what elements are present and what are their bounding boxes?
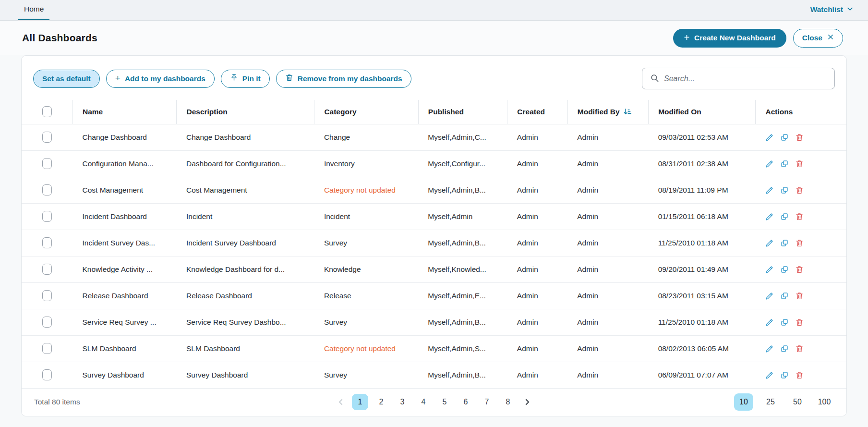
row-category: Incident [314, 203, 418, 230]
delete-icon[interactable] [795, 212, 804, 221]
delete-icon[interactable] [795, 265, 804, 274]
row-checkbox[interactable] [42, 264, 52, 275]
row-select-cell [22, 230, 73, 256]
delete-icon[interactable] [795, 133, 804, 142]
watchlist-dropdown[interactable]: Watchlist [810, 4, 854, 20]
row-category: Category not updated [314, 335, 418, 362]
row-checkbox[interactable] [42, 158, 52, 169]
copy-icon[interactable] [780, 265, 789, 274]
table-footer: Total 80 items 12345678 102550100 [22, 388, 846, 416]
edit-icon[interactable] [765, 265, 774, 274]
column-header-modified-on[interactable]: Modified On [649, 100, 756, 124]
row-checkbox[interactable] [42, 237, 52, 248]
row-created: Admin [507, 124, 567, 150]
copy-icon[interactable] [780, 344, 789, 353]
column-header-description[interactable]: Description [177, 100, 314, 124]
page-size-button-100[interactable]: 100 [815, 393, 834, 411]
row-checkbox[interactable] [42, 211, 52, 222]
page-size-button-50[interactable]: 50 [788, 393, 807, 411]
row-description: Release Dashboard [177, 282, 314, 309]
page-button-3[interactable]: 3 [394, 394, 410, 410]
delete-icon[interactable] [795, 186, 804, 195]
delete-icon[interactable] [795, 292, 804, 300]
top-tab-bar: Home Watchlist [0, 0, 868, 21]
edit-icon[interactable] [765, 133, 774, 142]
column-header-category[interactable]: Category [314, 100, 418, 124]
row-select-cell [22, 150, 73, 177]
edit-icon[interactable] [765, 212, 774, 221]
page-button-2[interactable]: 2 [373, 394, 389, 410]
add-to-my-dashboards-button[interactable]: + Add to my dashboards [106, 70, 215, 88]
remove-from-my-dashboards-button[interactable]: Remove from my dashboards [276, 70, 411, 88]
previous-page-icon[interactable] [335, 398, 347, 406]
row-checkbox[interactable] [42, 290, 52, 301]
copy-icon[interactable] [780, 159, 789, 168]
delete-icon[interactable] [795, 318, 804, 327]
tab-home[interactable]: Home [18, 5, 49, 20]
row-actions-cell [756, 177, 846, 203]
page-button-1[interactable]: 1 [352, 394, 368, 410]
page-header: All Dashboards + Create New Dashboard Cl… [0, 21, 868, 55]
row-published: Myself,Configur... [418, 150, 507, 177]
row-modified-by: Admin [567, 282, 648, 309]
edit-icon[interactable] [765, 159, 774, 168]
column-header-modified-by[interactable]: Modified By [567, 100, 648, 124]
column-header-created[interactable]: Created [507, 100, 567, 124]
row-checkbox[interactable] [42, 132, 52, 143]
copy-icon[interactable] [780, 212, 789, 221]
edit-icon[interactable] [765, 318, 774, 327]
remove-from-my-dashboards-label: Remove from my dashboards [298, 74, 402, 83]
edit-icon[interactable] [765, 239, 774, 247]
create-new-dashboard-button[interactable]: + Create New Dashboard [673, 29, 786, 48]
copy-icon[interactable] [780, 371, 789, 379]
next-page-icon[interactable] [521, 398, 533, 406]
page-button-8[interactable]: 8 [500, 394, 516, 410]
edit-icon[interactable] [765, 186, 774, 195]
row-checkbox[interactable] [42, 369, 52, 380]
page-button-4[interactable]: 4 [415, 394, 432, 410]
set-as-default-button[interactable]: Set as default [33, 70, 100, 88]
row-checkbox[interactable] [42, 343, 52, 354]
row-actions-cell [756, 256, 846, 282]
column-header-name[interactable]: Name [73, 100, 177, 124]
delete-icon[interactable] [795, 239, 804, 247]
copy-icon[interactable] [780, 318, 789, 327]
column-header-published[interactable]: Published [418, 100, 507, 124]
row-category: Category not updated [314, 177, 418, 203]
row-published: Myself,Admin,S... [418, 335, 507, 362]
pin-it-button[interactable]: Pin it [221, 70, 270, 88]
copy-icon[interactable] [780, 133, 789, 142]
page-title: All Dashboards [22, 32, 97, 44]
delete-icon[interactable] [795, 371, 804, 379]
delete-icon[interactable] [795, 159, 804, 168]
copy-icon[interactable] [780, 239, 789, 247]
page-button-5[interactable]: 5 [436, 394, 453, 410]
row-checkbox[interactable] [42, 317, 52, 328]
trash-icon [285, 73, 293, 84]
page-size-button-10[interactable]: 10 [734, 393, 753, 411]
row-created: Admin [507, 177, 567, 203]
row-published: Myself,Knowled... [418, 256, 507, 282]
search-input[interactable] [664, 74, 827, 83]
edit-icon[interactable] [765, 371, 774, 379]
add-to-my-dashboards-label: Add to my dashboards [125, 74, 205, 83]
page-button-7[interactable]: 7 [479, 394, 495, 410]
row-select-cell [22, 362, 73, 388]
select-all-checkbox[interactable] [42, 106, 52, 117]
page-size-button-25[interactable]: 25 [761, 393, 780, 411]
page-button-6[interactable]: 6 [458, 394, 474, 410]
sort-descending-icon[interactable] [624, 108, 632, 116]
row-published: Myself,Admin [418, 203, 507, 230]
row-checkbox[interactable] [42, 184, 52, 195]
row-name: Incident Dashboard [73, 203, 177, 230]
edit-icon[interactable] [765, 344, 774, 353]
copy-icon[interactable] [780, 186, 789, 195]
table-row: Service Req Survey ...Service Req Survey… [22, 309, 846, 335]
edit-icon[interactable] [765, 292, 774, 300]
close-button[interactable]: Close [793, 29, 843, 48]
delete-icon[interactable] [795, 344, 804, 353]
copy-icon[interactable] [780, 292, 789, 300]
pin-icon [230, 73, 238, 84]
row-actions-cell [756, 309, 846, 335]
row-category: Knowledge [314, 256, 418, 282]
